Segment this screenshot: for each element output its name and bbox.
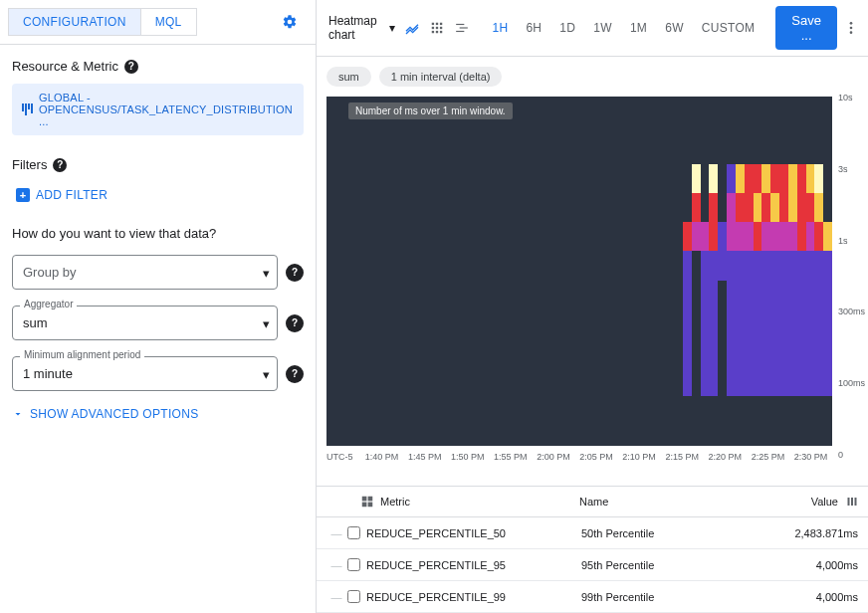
heatmap-cell (770, 367, 779, 396)
heatmap-column (718, 164, 727, 396)
heatmap-cell (797, 222, 806, 251)
help-icon[interactable]: ? (286, 264, 304, 282)
heatmap-column (727, 164, 736, 396)
heatmap-column (761, 164, 770, 396)
more-icon[interactable] (841, 14, 862, 42)
table-row[interactable]: —REDUCE_PERCENTILE_5050th Percentile2,48… (317, 517, 868, 549)
heatmap-cell (718, 309, 727, 338)
heatmap-cell (779, 367, 788, 396)
chart-type-select[interactable]: Heatmap chart ▾ (326, 10, 397, 46)
compare-icon[interactable] (452, 14, 473, 42)
heatmap-cell (823, 193, 832, 222)
heatmap-cell (788, 193, 797, 222)
heatmap-cell (701, 367, 710, 396)
heatmap-cell (718, 222, 727, 251)
time-range-1m[interactable]: 1M (623, 17, 654, 39)
heatmap-cell (823, 222, 832, 251)
heatmap-cell (736, 193, 745, 222)
heatmap-cell (727, 251, 736, 280)
heatmap-cell (683, 309, 692, 338)
heatmap-cell (788, 222, 797, 251)
time-range-1w[interactable]: 1W (586, 17, 619, 39)
chip-interval[interactable]: 1 min interval (delta) (379, 67, 503, 87)
config-panel: CONFIGURATION MQL Resource & Metric ? GL… (0, 0, 317, 613)
heatmap-cell (814, 222, 823, 251)
heatmap-cell (770, 164, 779, 193)
heatmap-cell (701, 281, 710, 309)
heatmap-cell (692, 281, 701, 309)
heatmap-cell (745, 367, 754, 396)
aggregator-select[interactable]: sum (12, 306, 278, 340)
svg-point-12 (850, 22, 853, 25)
drag-handle-icon[interactable]: — (326, 527, 346, 539)
heatmap-cell (709, 251, 718, 280)
toolbar: Heatmap chart ▾ 1H 6H 1D 1W 1M 6W CUSTOM… (317, 0, 868, 57)
row-checkbox[interactable] (346, 526, 360, 539)
alignment-select[interactable]: 1 minute (12, 356, 278, 391)
heatmap-cell (779, 338, 788, 367)
save-button[interactable]: Save ... (775, 6, 836, 50)
heatmap-cell (779, 281, 788, 309)
heatmap-cell (727, 222, 736, 251)
row-checkbox[interactable] (346, 590, 360, 603)
heatmap-cell (814, 251, 823, 280)
time-range-6w[interactable]: 6W (658, 17, 691, 39)
show-advanced-button[interactable]: SHOW ADVANCED OPTIONS (12, 407, 304, 421)
heatmap-chart[interactable]: Number of ms over 1 min window. (326, 97, 832, 446)
metric-picker[interactable]: GLOBAL - OPENCENSUS/TASK_LATENCY_DISTRIB… (12, 84, 304, 135)
heatmap-cell (761, 367, 770, 396)
help-icon[interactable]: ? (53, 158, 67, 172)
time-range-1h[interactable]: 1H (485, 17, 515, 39)
heatmap-cell (692, 164, 701, 193)
add-filter-button[interactable]: + ADD FILTER (12, 182, 304, 208)
time-range-custom[interactable]: CUSTOM (695, 17, 762, 39)
group-by-select[interactable]: Group by (12, 255, 278, 290)
help-icon[interactable]: ? (124, 60, 138, 74)
chevron-down-icon: ▾ (389, 21, 395, 35)
plus-icon: + (16, 188, 30, 202)
drag-handle-icon[interactable]: — (326, 591, 346, 603)
heatmap-cell (718, 164, 727, 193)
heatmap-cell (779, 222, 788, 251)
table-row[interactable]: —REDUCE_PERCENTILE_9999th Percentile4,00… (317, 581, 868, 613)
heatmap-cell (770, 309, 779, 338)
config-tabs: CONFIGURATION MQL (0, 0, 316, 45)
table-row[interactable]: —REDUCE_PERCENTILE_9595th Percentile4,00… (317, 549, 868, 581)
gear-icon[interactable] (276, 8, 304, 36)
tab-configuration[interactable]: CONFIGURATION (8, 8, 141, 36)
heatmap-column (709, 164, 718, 396)
heatmap-cell (806, 251, 815, 280)
heatmap-cell (761, 309, 770, 338)
heatmap-cell (683, 338, 692, 367)
heatmap-column (823, 164, 832, 396)
heatmap-cell (814, 193, 823, 222)
heatmap-cell (683, 281, 692, 309)
heatmap-cell (727, 164, 736, 193)
heatmap-cell (718, 281, 727, 309)
svg-rect-8 (440, 31, 442, 33)
heatmap-cell (806, 309, 815, 338)
heatmap-cell (754, 193, 762, 222)
heatmap-cell (788, 251, 797, 280)
heatmap-cell (709, 164, 718, 193)
heatmap-cell (709, 222, 718, 251)
heatmap-cell (736, 367, 745, 396)
time-range-1d[interactable]: 1D (552, 17, 582, 39)
help-icon[interactable]: ? (286, 365, 304, 383)
tab-mql[interactable]: MQL (141, 8, 197, 36)
chip-row: sum 1 min interval (delta) (317, 57, 868, 97)
row-checkbox[interactable] (346, 558, 360, 571)
heatmap-cell (814, 281, 823, 309)
heatmap-column (797, 164, 806, 396)
drag-handle-icon[interactable]: — (326, 559, 346, 571)
columns-icon[interactable] (838, 496, 858, 508)
heatmap-cell (683, 164, 692, 193)
heatmap-cell (692, 367, 701, 396)
heatmap-cell (761, 222, 770, 251)
time-range-6h[interactable]: 6H (519, 17, 548, 39)
line-chart-icon[interactable] (401, 14, 422, 42)
heatmap-cell (736, 309, 745, 338)
help-icon[interactable]: ? (286, 314, 304, 332)
chip-sum[interactable]: sum (326, 67, 371, 87)
stats-icon[interactable] (426, 14, 447, 42)
